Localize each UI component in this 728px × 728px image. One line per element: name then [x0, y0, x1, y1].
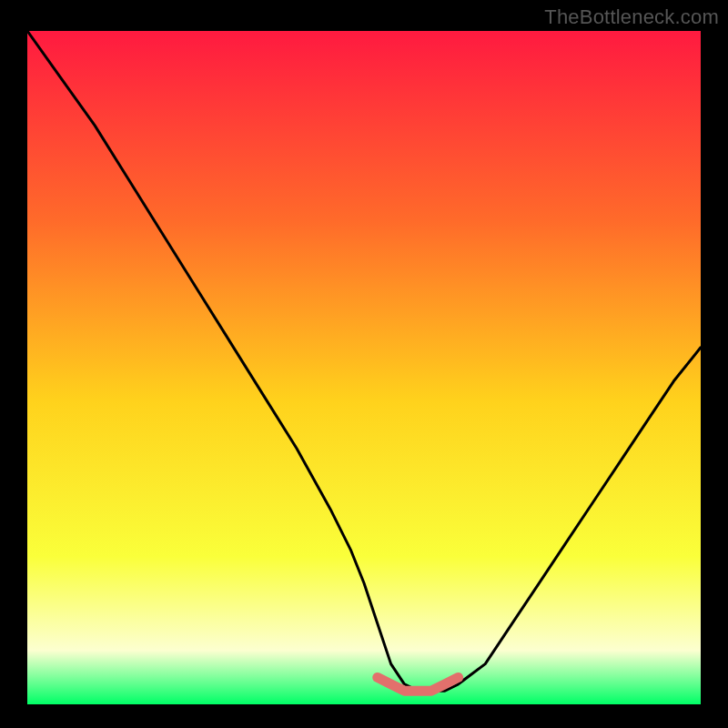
- chart-frame: TheBottleneck.com: [0, 0, 728, 728]
- plot-area: [27, 31, 701, 704]
- gradient-background: [27, 31, 701, 704]
- watermark-text: TheBottleneck.com: [544, 5, 719, 29]
- chart-svg: [27, 31, 701, 704]
